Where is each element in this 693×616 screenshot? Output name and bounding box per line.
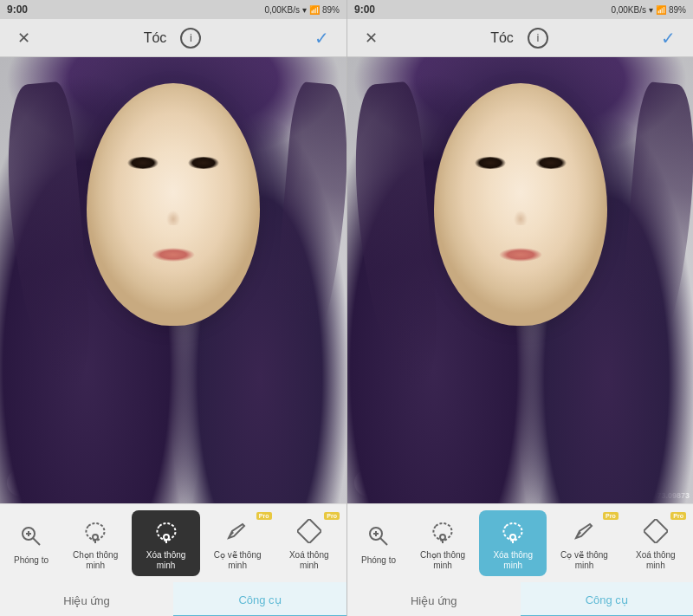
tool-erase-left[interactable]: Xóa thông minh (132, 510, 199, 576)
tool-draw-label-right: Cọ vẽ thông minh (554, 550, 614, 571)
tool-erase-label-right: Xóa thông minh (486, 550, 540, 571)
pro-badge-erase2-right: Pro (670, 512, 686, 520)
status-bar-right: 9:00 0,00KB/s ▾ 📶 89% (347, 0, 693, 19)
svg-line-10 (380, 538, 387, 545)
left-panel: 9:00 0,00KB/s ▾ 📶 89% ✕ Tóc i ✓ (0, 0, 346, 616)
status-icons-left: 0,00KB/s ▾ 📶 89% (264, 5, 340, 15)
tool-erase2-label-left: Xoá thông minh (282, 550, 336, 571)
erase-icon-left (151, 515, 182, 547)
wifi-icon-right: ▾ (649, 5, 653, 15)
draw-icon-right (569, 515, 600, 547)
toolbar-title-right: Tóc (490, 30, 514, 46)
tool-erase2-right[interactable]: Pro Xoá thông minh (622, 510, 690, 576)
tool-select-label-right: Chọn thông minh (413, 550, 472, 571)
tab-tool-left[interactable]: Công cụ (173, 582, 346, 616)
svg-point-4 (93, 535, 98, 540)
face-photo-right (347, 57, 693, 503)
svg-rect-17 (644, 519, 668, 543)
erase2-icon-right (640, 515, 671, 547)
tool-select-right[interactable]: Chọn thông minh (406, 510, 479, 576)
select-icon-right (427, 515, 458, 547)
pro-badge-draw-right: Pro (603, 512, 619, 520)
tool-draw-label-left: Cọ vẽ thông minh (207, 550, 269, 571)
signal-icon-left: 📶 (309, 5, 320, 15)
draw-icon-left (222, 515, 253, 547)
svg-point-15 (510, 535, 515, 540)
tool-zoom-right[interactable]: Phóng to (351, 515, 406, 571)
pro-badge-erase2-left: Pro (324, 512, 340, 520)
tool-draw-left[interactable]: Pro Cọ vẽ thông minh (200, 510, 275, 576)
tool-erase-right[interactable]: Xóa thông minh (479, 510, 547, 576)
tools-row-right: Phóng to Chọn thông minh Xóa thông minh … (347, 504, 693, 582)
tools-panel-right: Phóng to Chọn thông minh Xóa thông minh … (347, 503, 693, 616)
svg-line-1 (33, 538, 40, 545)
confirm-button-right[interactable]: ✓ (657, 24, 679, 52)
status-bar-left: 9:00 0,00KB/s ▾ 📶 89% (0, 0, 346, 19)
tools-row-left: Phóng to Chọn thông minh Xóa thông minh … (0, 504, 346, 582)
tool-erase-label-left: Xóa thông minh (139, 550, 192, 571)
close-button-left[interactable]: ✕ (14, 25, 34, 51)
tab-effect-right[interactable]: Hiệu ứng (347, 582, 521, 616)
tool-erase2-label-right: Xoá thông minh (629, 550, 683, 571)
status-icons-right: 0,00KB/s ▾ 📶 89% (611, 5, 686, 15)
zoom-icon-right (363, 521, 394, 552)
info-button-left[interactable]: i (180, 28, 201, 49)
erase2-icon-left (294, 515, 325, 547)
tool-zoom-label-right: Phóng to (361, 555, 396, 566)
battery-left: 89% (322, 5, 340, 15)
svg-point-13 (440, 535, 445, 540)
toolbar-left: ✕ Tóc i ✓ (0, 19, 346, 57)
tab-bar-left: Hiệu ứng Công cụ (0, 582, 346, 616)
tab-tool-right[interactable]: Công cụ (521, 582, 694, 616)
data-usage-left: 0,00KB/s (264, 5, 300, 15)
tab-bar-right: Hiệu ứng Công cụ (347, 582, 693, 616)
tool-select-label-left: Chọn thông minh (66, 550, 125, 571)
select-icon-left (80, 515, 111, 547)
signal-icon-right: 📶 (656, 5, 666, 15)
toolbar-title-left: Tóc (144, 30, 167, 46)
tool-zoom-left[interactable]: Phóng to (3, 515, 59, 571)
battery-right: 89% (669, 5, 686, 15)
zoom-icon-left (16, 521, 47, 552)
tools-panel-left: Phóng to Chọn thông minh Xóa thông minh … (0, 503, 346, 616)
tab-effect-left[interactable]: Hiệu ứng (0, 582, 173, 616)
svg-point-6 (164, 535, 169, 540)
confirm-button-left[interactable]: ✓ (311, 24, 333, 52)
close-button-right[interactable]: ✕ (361, 25, 381, 51)
tool-zoom-label-left: Phóng to (14, 555, 49, 566)
info-button-right[interactable]: i (528, 28, 548, 49)
erase-icon-right (497, 515, 528, 547)
pro-badge-draw-left: Pro (256, 512, 272, 520)
toolbar-center-left: Tóc i (144, 28, 202, 49)
photo-area-left[interactable]: ⧉ ↺ ↻ (0, 57, 346, 503)
photo-area-right[interactable]: ⧉ ↺ ↻ www.mucsothi.vn-09873.09873 (347, 57, 693, 503)
data-usage-right: 0,00KB/s (611, 5, 646, 15)
time-right: 9:00 (354, 3, 375, 16)
toolbar-center-right: Tóc i (490, 28, 548, 49)
toolbar-right: ✕ Tóc i ✓ (347, 19, 693, 57)
tool-select-left[interactable]: Chọn thông minh (59, 510, 132, 576)
tool-erase2-left[interactable]: Pro Xoá thông minh (275, 510, 343, 576)
wifi-icon-left: ▾ (302, 5, 307, 15)
right-panel: 9:00 0,00KB/s ▾ 📶 89% ✕ Tóc i ✓ (346, 0, 693, 616)
tool-draw-right[interactable]: Pro Cọ vẽ thông minh (547, 510, 621, 576)
svg-rect-8 (297, 519, 321, 543)
face-photo-left (0, 57, 346, 503)
time-left: 9:00 (7, 3, 28, 16)
